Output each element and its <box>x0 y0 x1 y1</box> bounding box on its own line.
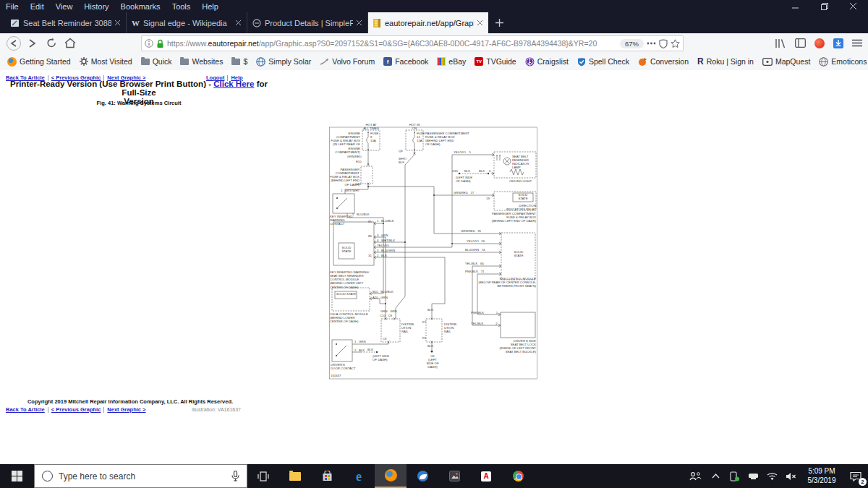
edge-icon: e <box>356 470 362 483</box>
download-manager-icon[interactable] <box>833 38 843 48</box>
bookmark-spell-check[interactable]: Spell Check <box>573 56 634 68</box>
roku-icon: R <box>697 56 704 67</box>
thunderbird-button[interactable] <box>407 464 438 488</box>
url-bar[interactable]: https://www.eautorepair.net/app/Graphic.… <box>141 35 684 51</box>
eautorepair-icon <box>373 19 381 27</box>
diagram-label: F7 <box>422 320 426 324</box>
full-size-link[interactable]: Click Here <box>213 80 254 88</box>
tab-eautorepair-active[interactable]: eautorepair.net/app/Graphic.as <box>368 12 488 33</box>
bookmark-tvguide[interactable]: TVTVGuide <box>470 56 520 67</box>
volume-muted-icon[interactable] <box>781 464 800 488</box>
tray-device-icon[interactable] <box>725 464 744 488</box>
edge-button[interactable]: e <box>343 464 375 488</box>
bookmark-star-icon[interactable] <box>671 39 680 48</box>
forward-icon[interactable] <box>23 38 42 48</box>
taskbar-clock[interactable]: 5:09 PM5/3/2019 <box>800 464 843 488</box>
acrobat-icon: A <box>481 471 491 481</box>
zoom-level-badge[interactable]: 67% <box>620 39 644 48</box>
bookmark-getting-started[interactable]: Getting Started <box>3 56 75 68</box>
diagram-label: SOLID STATE <box>336 292 356 296</box>
tab-close-icon[interactable] <box>477 20 483 26</box>
previous-graphic-link[interactable]: < Previous Graphic <box>51 406 101 413</box>
back-to-article-link[interactable]: Back To Article <box>6 406 45 413</box>
acrobat-button[interactable]: A <box>470 464 502 488</box>
tray-hardware-icon[interactable] <box>744 464 762 488</box>
diagram-label: GRN GRN <box>380 309 397 313</box>
diagram-label: FUSE 12 15A <box>417 132 425 142</box>
diagram-label: Q4 <box>399 149 403 153</box>
tab-close-icon[interactable] <box>357 20 362 26</box>
microsoft-store-button[interactable] <box>311 464 343 488</box>
hamburger-menu-icon[interactable] <box>852 39 862 47</box>
menu-view[interactable]: View <box>50 1 79 12</box>
bookmark-most-visited[interactable]: Most Visited <box>75 56 137 67</box>
bookmark-mapquest[interactable]: MapQuest <box>758 56 814 67</box>
diagram-label: CEILING LIGHT <box>509 179 532 183</box>
wifi-icon[interactable] <box>762 464 781 488</box>
page-actions-icon[interactable] <box>647 42 656 45</box>
next-graphic-link[interactable]: Next Graphic > <box>107 406 145 413</box>
pocket-shield-icon[interactable] <box>659 39 668 48</box>
tab-close-icon[interactable] <box>236 20 242 26</box>
bookmark-conversion[interactable]: Conversion <box>634 56 693 67</box>
people-icon[interactable] <box>684 464 706 488</box>
start-button[interactable] <box>0 464 34 488</box>
new-tab-button[interactable] <box>488 12 510 33</box>
https-lock-icon[interactable] <box>156 39 164 48</box>
bookmark-folder-websites[interactable]: Websites <box>176 56 227 67</box>
globe-icon <box>819 57 828 67</box>
menu-tools[interactable]: Tools <box>166 1 197 12</box>
firefox-button-active[interactable] <box>375 464 407 488</box>
downloadhelper-icon[interactable] <box>814 38 825 48</box>
bookmark-craigslist[interactable]: Craigslist <box>521 56 573 68</box>
diagram-label: PNK/BLK 71 <box>465 270 485 273</box>
file-explorer-button[interactable] <box>279 464 311 488</box>
diagram-label: SOLID STATE <box>514 193 532 200</box>
action-center-button[interactable]: 2 <box>843 464 868 488</box>
back-icon[interactable] <box>4 35 23 51</box>
diagram-label: G31 <box>452 169 458 173</box>
reload-icon[interactable] <box>42 38 61 48</box>
page-info-icon[interactable] <box>145 39 153 48</box>
tray-chevron-up-icon[interactable] <box>706 464 725 488</box>
microphone-icon[interactable] <box>231 471 239 481</box>
system-tray: 5:09 PM5/3/2019 2 <box>684 464 868 488</box>
sidebar-icon[interactable] <box>795 38 806 48</box>
photo-viewer-button[interactable] <box>438 464 470 488</box>
diagram-label: YEL/VIO <box>377 244 389 247</box>
clock-date: 5/3/2019 <box>808 476 836 484</box>
url-text[interactable]: https://www.eautorepair.net/app/Graphic.… <box>167 39 617 48</box>
bookmark-emoticons[interactable]: Emoticons <box>814 56 868 68</box>
bookmark-facebook[interactable]: fFacebook <box>379 56 433 67</box>
close-icon[interactable] <box>839 0 868 12</box>
navigation-toolbar: https://www.eautorepair.net/app/Graphic.… <box>0 33 868 53</box>
tab-close-icon[interactable] <box>115 20 121 26</box>
restore-icon[interactable] <box>810 0 839 12</box>
shield-check-icon <box>577 57 586 67</box>
illustration-id: Illustration: VA161637 <box>192 407 241 412</box>
task-view-button[interactable] <box>247 464 279 488</box>
bookmark-roku[interactable]: RRoku | Sign in <box>693 55 758 68</box>
bookmark-volvo-forum[interactable]: Volvo Forum <box>315 56 379 67</box>
home-icon[interactable] <box>61 38 80 48</box>
diagram-label: SOLID STATE <box>510 250 527 257</box>
menu-help[interactable]: Help <box>196 1 224 12</box>
menu-bookmarks[interactable]: Bookmarks <box>115 1 166 12</box>
taskbar-search-input[interactable]: Type here to search <box>34 464 247 488</box>
menu-edit[interactable]: Edit <box>25 1 50 12</box>
library-icon[interactable] <box>775 38 786 48</box>
tab-wikipedia[interactable]: W Signal edge - Wikipedia <box>127 12 247 33</box>
chrome-button[interactable] <box>502 464 534 488</box>
tab-seat-belt-reminder[interactable]: Seat Belt Reminder 30884038 V <box>6 12 127 33</box>
bookmark-folder-dollar[interactable]: $ <box>227 56 252 67</box>
diagram-label: YEL/BLK 2 <box>471 322 498 325</box>
minimize-icon[interactable] <box>781 0 810 12</box>
menu-file[interactable]: File <box>0 1 25 12</box>
diagram-label: ENGINE COMPARTMENT FUSE & RELAY BOX (IN … <box>329 132 360 154</box>
bookmark-simply-solar[interactable]: Simply Solar <box>252 56 315 68</box>
tab-simplepart[interactable]: Product Details | SimplePart <box>247 12 368 33</box>
menu-history[interactable]: History <box>78 1 114 12</box>
bookmark-folder-quick[interactable]: Quick <box>137 56 176 67</box>
diagram-label: (LEFT SIDE OF DASH) <box>456 176 472 183</box>
bookmark-ebay[interactable]: eBay <box>433 56 470 67</box>
